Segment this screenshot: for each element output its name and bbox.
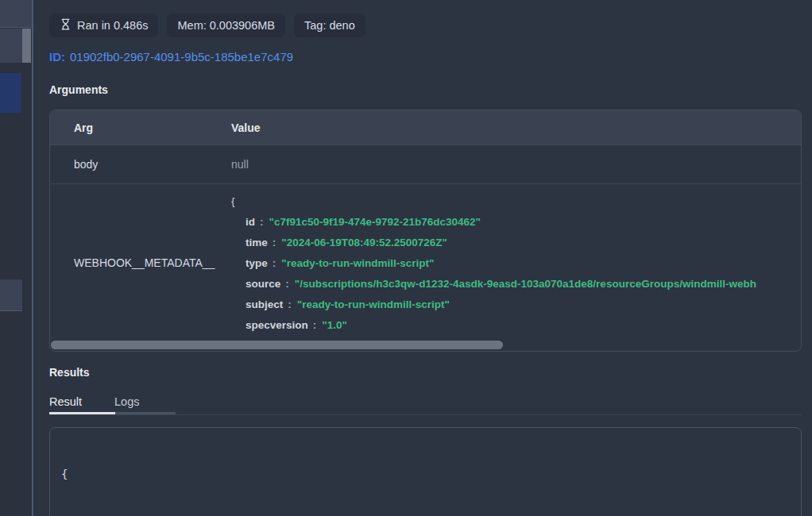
background-header-block: [0, 0, 32, 28]
json-entry-subject: subject:"ready-to-run-windmill-script": [231, 295, 801, 315]
arg-name: WEBHOOK__METADATA__: [50, 256, 231, 269]
job-id-label: ID:: [49, 50, 65, 64]
arg-column-header: Arg: [50, 121, 231, 134]
arguments-table-header: Arg Value: [50, 110, 801, 145]
active-tab-underline: [49, 412, 115, 414]
background-scrollbar-thumb: [22, 29, 31, 63]
json-entry-time: time:"2024-06-19T08:49:52.2500726Z": [231, 233, 801, 253]
background-panel-block: [0, 29, 22, 63]
tag-badge: Tag: deno: [294, 13, 365, 37]
table-scrollbar-thumb[interactable]: [51, 341, 503, 349]
code-open-brace: {: [61, 467, 790, 483]
json-entry-source: source:"/subscriptions/h3c3qw-d1232-4asd…: [231, 274, 801, 295]
background-lower-block: [0, 279, 22, 311]
code-entry-str: "str": "default arg",: [61, 514, 790, 516]
runtime-badge-label: Ran in 0.486s: [77, 19, 148, 32]
arguments-table: Arg Value body null WEBHOOK__METADATA__ …: [49, 110, 802, 352]
run-detail-panel: Ran in 0.486s Mem: 0.003906MB Tag: deno …: [33, 0, 812, 516]
job-id-link[interactable]: 01902fb0-2967-4091-9b5c-185be1e7c479: [70, 50, 293, 64]
json-entry-specversion: specversion:"1.0": [231, 315, 801, 336]
hourglass-icon: [60, 18, 72, 33]
arg-value: null: [231, 158, 801, 171]
tab-result[interactable]: Result: [49, 392, 114, 414]
json-entry-id: id:"c7f91c50-9f19-474e-9792-21b76dc30462…: [231, 212, 801, 233]
memory-badge-label: Mem: 0.003906MB: [177, 19, 275, 32]
arg-name: body: [50, 158, 231, 171]
job-id-line: ID:01902fb0-2967-4091-9b5c-185be1e7c479: [49, 50, 293, 64]
results-heading: Results: [49, 366, 90, 379]
result-json-viewer: { "str": "default arg", "union": "Hello …: [49, 427, 802, 516]
logs-tab-underline: [115, 412, 176, 414]
tab-logs[interactable]: Logs: [114, 392, 175, 414]
table-horizontal-scrollbar[interactable]: [51, 340, 800, 350]
runtime-badge: Ran in 0.486s: [49, 13, 158, 37]
background-app-strip: [0, 0, 33, 516]
tag-badge-label: Tag: deno: [304, 19, 355, 32]
json-open-brace: {: [231, 191, 801, 212]
background-selected-item: [0, 73, 21, 113]
metadata-json-viewer: { id:"c7f91c50-9f19-474e-9792-21b76dc304…: [231, 190, 801, 336]
table-row-webhook-metadata: WEBHOOK__METADATA__ { id:"c7f91c50-9f19-…: [50, 184, 801, 341]
memory-badge: Mem: 0.003906MB: [167, 13, 285, 37]
arguments-heading: Arguments: [49, 83, 108, 96]
table-row-body: body null: [50, 145, 801, 184]
run-info-badges: Ran in 0.486s Mem: 0.003906MB Tag: deno: [49, 13, 365, 37]
json-entry-type: type:"ready-to-run-windmill-script": [231, 253, 801, 274]
value-column-header: Value: [231, 121, 801, 134]
